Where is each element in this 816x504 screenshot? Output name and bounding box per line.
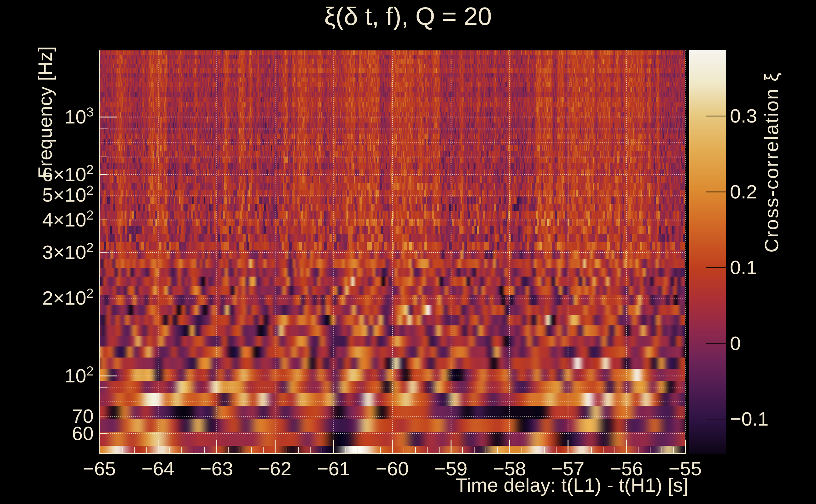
y-tick-label-500: 5×102 [0, 184, 94, 209]
y-tick-label-200: 2×102 [0, 287, 94, 312]
y-tick-label-100: 102 [0, 364, 94, 389]
spectrogram-heatmap-canvas [0, 0, 816, 504]
colorbar-tick-label-0: 0 [730, 332, 741, 355]
colorbar-tick-label-0.1: 0.1 [730, 256, 757, 279]
y-tick-label-60: 60 [0, 422, 94, 445]
page-title: ξ(δ t, f), Q = 20 [0, 1, 816, 31]
y-tick-label-1000: 103 [0, 106, 94, 130]
colorbar-tick-label-0.3: 0.3 [730, 105, 757, 127]
colorbar-tick-label-0.2: 0.2 [730, 180, 757, 203]
colorbar-title: Cross-correlation ξ [760, 52, 783, 272]
x-tick-label--55: −55 [647, 457, 723, 480]
figure: ξ(δ t, f), Q = 20 Frequency [Hz] Time de… [0, 0, 816, 504]
y-tick-label-300: 3×102 [0, 241, 94, 266]
y-tick-label-400: 4×102 [0, 209, 94, 233]
colorbar-tick-label-−0.1: −0.1 [730, 408, 768, 430]
